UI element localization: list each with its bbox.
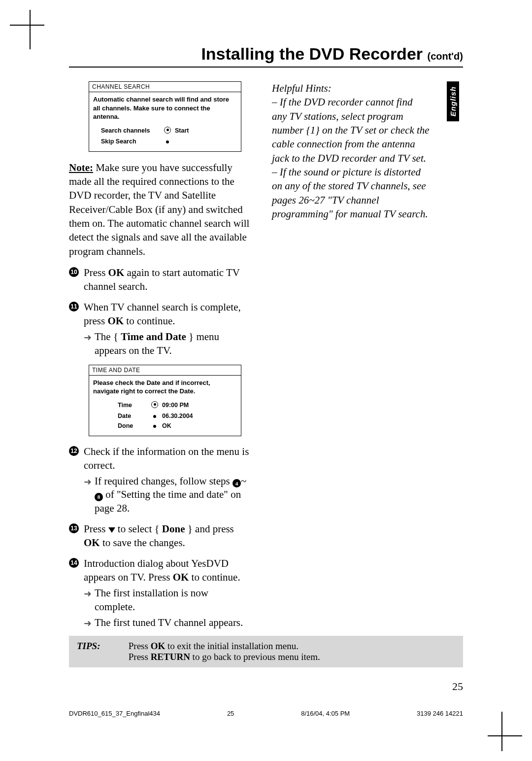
down-triangle-icon xyxy=(108,527,115,533)
s13-mid2: } and press xyxy=(185,523,233,535)
s12-text: Check if the information on the menu is … xyxy=(84,446,249,471)
footer-date: 8/16/04, 4:05 PM xyxy=(301,710,350,717)
s13-pre: Press xyxy=(84,523,108,535)
osd2-r3-value: OK xyxy=(162,422,171,429)
osd1-row1-label: Search channels xyxy=(101,127,160,134)
s13-ok: OK xyxy=(84,537,100,549)
step-number-13: 13 xyxy=(69,523,79,533)
s10-pre: Press xyxy=(84,267,108,278)
s13-mid: to select { xyxy=(115,523,162,535)
arrow-icon: ➜ xyxy=(84,588,95,600)
hints-title: Helpful Hints: xyxy=(272,81,430,95)
osd1-row2-label: Skip Search xyxy=(101,138,160,145)
tips-label: TIPS: xyxy=(77,641,126,652)
step-11: 11 When TV channel search is complete, p… xyxy=(69,301,251,358)
osd-time-date: TIME AND DATE Please check the Date and … xyxy=(89,365,241,436)
page-content: Installing the DVD Recorder (cont'd) CHA… xyxy=(69,44,463,651)
title-main: Installing the DVD Recorder xyxy=(201,44,423,63)
tips-l1-post: to exit the initial installation menu. xyxy=(165,641,299,651)
left-column: CHANNEL SEARCH Automatic channel search … xyxy=(69,81,251,651)
ring-icon xyxy=(147,401,162,410)
s11-ok: OK xyxy=(107,315,124,327)
dot-icon xyxy=(147,422,162,429)
s14-sub2: The first tuned TV channel appears. xyxy=(95,616,251,630)
osd2-row-date: Date 06.30.2004 xyxy=(93,411,237,421)
step-ref-4: 4 xyxy=(233,479,241,487)
footer-code: 3139 246 14221 xyxy=(417,710,463,717)
note-label: Note: xyxy=(69,162,93,173)
footer-file: DVDR610_615_37_Engfinal434 xyxy=(69,710,160,717)
osd2-r2-label: Date xyxy=(118,413,147,419)
step-13: 13 Press to select { Done } and press OK… xyxy=(69,522,251,550)
footer-pg: 25 xyxy=(227,710,234,717)
arrow-icon: ➜ xyxy=(84,476,95,488)
page-title: Installing the DVD Recorder (cont'd) xyxy=(69,44,463,68)
step-12: 12 Check if the information on the menu … xyxy=(69,445,251,516)
hint-2: – If the sound or picture is distorted o… xyxy=(272,165,430,221)
osd1-row-search: Search channels Start xyxy=(93,125,237,137)
step-number-14: 14 xyxy=(69,558,79,568)
osd1-row-skip: Skip Search xyxy=(93,137,237,146)
hint-1: – If the DVD recorder cannot find any TV… xyxy=(272,95,430,165)
footer: DVDR610_615_37_Engfinal434 25 8/16/04, 4… xyxy=(69,710,463,717)
osd2-row-done: Done OK xyxy=(93,421,237,431)
osd1-row1-value: Start xyxy=(175,127,189,134)
s13-post: to save the changes. xyxy=(100,537,185,549)
arrow-icon: ➜ xyxy=(84,617,95,629)
step-number-10: 10 xyxy=(69,267,79,277)
s14-ok: OK xyxy=(173,571,189,583)
s11-sub-pre: The { xyxy=(95,331,121,343)
osd2-r1-value: 09:00 PM xyxy=(162,402,189,409)
note-paragraph: Note: Make sure you have successfully ma… xyxy=(69,161,251,258)
tips-l2-post: to go back to previous menu item. xyxy=(190,652,320,662)
step-number-12: 12 xyxy=(69,446,79,456)
dot-icon xyxy=(160,138,175,145)
tips-l2-pre: Press xyxy=(129,652,151,662)
osd1-text: Automatic channel search will find and s… xyxy=(93,95,237,121)
osd2-title: TIME AND DATE xyxy=(89,365,241,376)
step-10: 10 Press OK again to start automatic TV … xyxy=(69,266,251,294)
osd2-r2-value: 06.30.2004 xyxy=(162,413,193,419)
step-list: 10 Press OK again to start automatic TV … xyxy=(69,266,251,358)
arrow-icon: ➜ xyxy=(84,331,95,344)
tips-l1-bold: OK xyxy=(151,641,166,651)
osd-channel-search: CHANNEL SEARCH Automatic channel search … xyxy=(89,81,241,152)
s10-ok: OK xyxy=(108,267,125,278)
s12-tilde: ~ xyxy=(241,475,246,487)
tips-l1-pre: Press xyxy=(129,641,151,651)
title-contd: (cont'd) xyxy=(427,51,463,62)
s12-sub-pre: If required changes, follow steps xyxy=(95,475,233,487)
osd2-r3-label: Done xyxy=(118,422,147,429)
osd1-title: CHANNEL SEARCH xyxy=(89,82,241,92)
step-number-11: 11 xyxy=(69,302,79,311)
page-number: 25 xyxy=(452,680,463,693)
tips-bar: TIPS: Press OK to exit the initial insta… xyxy=(69,636,463,667)
ring-icon xyxy=(160,127,175,135)
s11-sub-bold: Time and Date xyxy=(121,331,186,343)
step-14: 14 Introduction dialog about YesDVD appe… xyxy=(69,557,251,630)
step-ref-8: 8 xyxy=(95,493,103,501)
right-column: English Helpful Hints: – If the DVD reco… xyxy=(272,81,459,651)
osd2-r1-label: Time xyxy=(118,402,147,409)
tips-l2-bold: RETURN xyxy=(151,652,190,662)
note-text: Make sure you have successfully made all… xyxy=(69,162,249,257)
s11-post: to continue. xyxy=(124,315,175,327)
osd2-row-time: Time 09:00 PM xyxy=(93,400,237,411)
dot-icon xyxy=(147,413,162,419)
s14-sub1: The first installation is now complete. xyxy=(95,587,251,614)
s13-done: Done xyxy=(162,523,185,535)
s12-sub-post: of "Setting the time and date" on page 2… xyxy=(95,488,241,514)
osd2-text: Please check the Date and if incorrect, … xyxy=(93,379,237,396)
language-tab: English xyxy=(447,81,459,121)
s14-post: to continue. xyxy=(189,571,240,583)
